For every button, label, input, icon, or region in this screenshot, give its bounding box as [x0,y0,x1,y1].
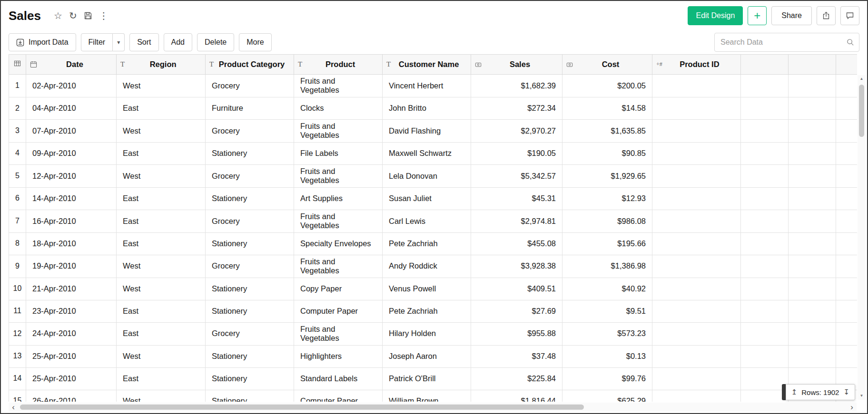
cell-sales[interactable]: $1,816.44 [471,390,562,402]
cell-customer-name[interactable]: Maxwell Schwartz [383,142,471,164]
cell-cost[interactable]: $200.05 [562,75,652,97]
horizontal-scroll-track[interactable] [18,403,847,412]
cell-product-category[interactable]: Stationery [206,300,294,322]
cell-cost[interactable]: $12.93 [562,187,652,210]
cell-empty[interactable] [789,278,836,300]
cell-region[interactable]: West [117,119,206,142]
cell-region[interactable]: East [117,210,206,232]
cell-product[interactable]: Fruits and Vegetables [294,255,383,278]
cell-empty[interactable] [836,255,858,278]
cell-date[interactable]: 09-Apr-2010 [26,142,117,164]
row-number-cell[interactable]: 1 [9,75,26,97]
cell-product[interactable]: Standard Labels [294,367,383,390]
cell-cost[interactable]: $99.76 [562,367,652,390]
cell-empty[interactable] [789,232,836,255]
cell-empty[interactable] [741,367,789,390]
cell-empty[interactable] [741,75,789,97]
cell-sales[interactable]: $409.51 [471,278,562,300]
cell-product-category[interactable]: Grocery [206,164,294,187]
cell-sales[interactable]: $3,928.38 [471,255,562,278]
cell-empty[interactable] [836,300,858,322]
import-data-button[interactable]: Import Data [9,33,76,51]
cell-empty[interactable] [741,232,789,255]
cell-empty[interactable] [836,97,858,119]
add-button[interactable]: Add [164,33,192,51]
cell-cost[interactable]: $1,635.85 [562,119,652,142]
filter-button[interactable]: Filter [81,33,113,51]
cell-empty[interactable] [836,232,858,255]
cell-region[interactable]: West [117,255,206,278]
cell-customer-name[interactable]: Pete Zachriah [383,232,471,255]
export-publish-button[interactable] [817,6,836,25]
cell-region[interactable]: West [117,278,206,300]
cell-product-id[interactable] [652,367,741,390]
cell-product[interactable]: Clocks [294,97,383,119]
cell-empty[interactable] [789,142,836,164]
go-to-top-icon[interactable]: ↥ [791,388,798,396]
column-header-cost[interactable]: Cost [562,55,652,75]
cell-region[interactable]: West [117,390,206,402]
cell-product[interactable]: Computer Paper [294,390,383,402]
row-number-cell[interactable]: 2 [9,97,26,119]
filter-dropdown-caret[interactable]: ▾ [113,33,125,51]
cell-date[interactable]: 21-Apr-2010 [26,278,117,300]
cell-cost[interactable]: $9.51 [562,300,652,322]
delete-button[interactable]: Delete [197,33,234,51]
more-button[interactable]: More [239,33,271,51]
cell-date[interactable]: 25-Apr-2010 [26,367,117,390]
cell-date[interactable]: 26-Apr-2010 [26,390,117,402]
cell-empty[interactable] [741,97,789,119]
scroll-left-arrow-icon[interactable]: ‹ [9,403,18,412]
cell-empty[interactable] [741,300,789,322]
cell-product-id[interactable] [652,345,741,367]
cell-empty[interactable] [836,164,858,187]
cell-region[interactable]: East [117,322,206,345]
scroll-up-arrow-icon[interactable]: ▲ [858,75,866,83]
horizontal-scrollbar[interactable]: ‹ › [9,403,857,412]
cell-sales[interactable]: $27.69 [471,300,562,322]
cell-empty[interactable] [789,210,836,232]
cell-cost[interactable]: $195.66 [562,232,652,255]
share-button[interactable]: Share [771,6,812,25]
cell-customer-name[interactable]: Hilary Holden [383,322,471,345]
column-header-product[interactable]: T Product [294,55,383,75]
cell-empty[interactable] [741,142,789,164]
cell-product-category[interactable]: Furniture [206,97,294,119]
horizontal-scroll-thumb[interactable] [20,404,584,410]
cell-customer-name[interactable]: Susan Juliet [383,187,471,210]
cell-customer-name[interactable]: Joseph Aaron [383,345,471,367]
cell-region[interactable]: West [117,345,206,367]
cell-customer-name[interactable]: Lela Donovan [383,164,471,187]
more-options-kebab-icon[interactable]: ⋮ [99,11,108,20]
cell-empty[interactable] [741,164,789,187]
cell-product-id[interactable] [652,255,741,278]
cell-empty[interactable] [789,300,836,322]
cell-sales[interactable]: $190.05 [471,142,562,164]
cell-date[interactable]: 25-Apr-2010 [26,345,117,367]
cell-empty[interactable] [836,187,858,210]
cell-empty[interactable] [741,210,789,232]
cell-empty[interactable] [741,187,789,210]
scroll-right-arrow-icon[interactable]: › [847,403,857,412]
cell-cost[interactable]: $90.85 [562,142,652,164]
row-number-cell[interactable]: 5 [9,164,26,187]
cell-product-category[interactable]: Stationery [206,278,294,300]
cell-date[interactable]: 14-Apr-2010 [26,187,117,210]
cell-empty[interactable] [836,345,858,367]
cell-product-category[interactable]: Stationery [206,390,294,402]
cell-date[interactable]: 07-Apr-2010 [26,119,117,142]
cell-sales[interactable]: $2,974.81 [471,210,562,232]
cell-customer-name[interactable]: Carl Lewis [383,210,471,232]
cell-product[interactable]: Fruits and Vegetables [294,322,383,345]
cell-empty[interactable] [741,345,789,367]
cell-customer-name[interactable]: Patrick O'Brill [383,367,471,390]
cell-sales[interactable]: $272.34 [471,97,562,119]
cell-product-id[interactable] [652,300,741,322]
row-number-cell[interactable]: 10 [9,278,26,300]
cell-product[interactable]: Fruits and Vegetables [294,119,383,142]
cell-product-category[interactable]: Stationery [206,367,294,390]
column-header-empty[interactable] [789,55,836,75]
vertical-scroll-track[interactable] [858,83,866,392]
cell-empty[interactable] [789,119,836,142]
cell-empty[interactable] [789,255,836,278]
